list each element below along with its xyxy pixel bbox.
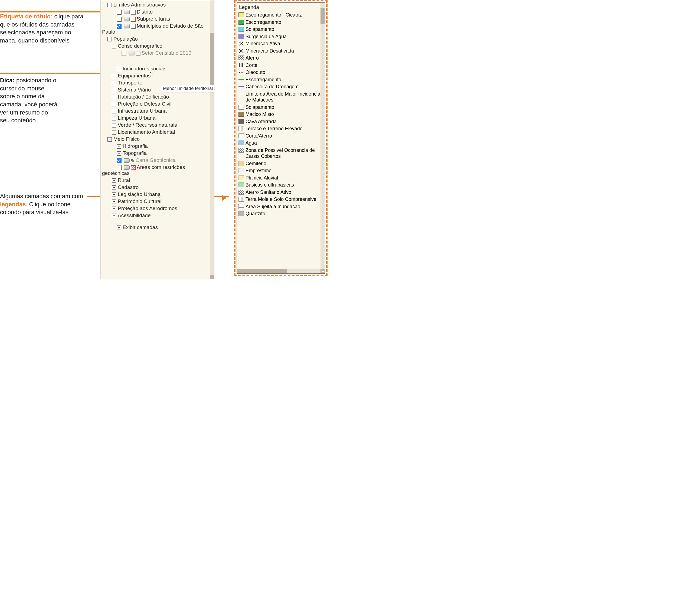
label-tag-icon[interactable] bbox=[124, 158, 130, 163]
legend-title: Legenda bbox=[237, 3, 325, 11]
label-tag-icon[interactable] bbox=[129, 51, 134, 55]
expand-toggle[interactable]: − bbox=[107, 137, 112, 142]
scroll-thumb[interactable] bbox=[237, 269, 287, 273]
expand-toggle[interactable]: + bbox=[112, 88, 116, 92]
legend-item-cemiterio: Cemiterio bbox=[239, 160, 324, 167]
group-rural[interactable]: Rural bbox=[118, 177, 130, 183]
svg-rect-5 bbox=[241, 63, 242, 67]
label-tag-icon[interactable] bbox=[124, 166, 130, 170]
legend-item-cava: Cava Aterrada bbox=[239, 118, 324, 125]
group-equipamentos[interactable]: Equipamentos bbox=[118, 73, 150, 78]
label-tag-icon[interactable] bbox=[124, 17, 130, 21]
annot-tip-title: Dica: bbox=[0, 77, 15, 84]
legend-symbol bbox=[239, 161, 244, 166]
layer-carta-geotecnica[interactable]: Carta Geotécnica bbox=[135, 157, 176, 163]
layer-swatch[interactable] bbox=[131, 24, 135, 29]
expand-toggle[interactable]: + bbox=[112, 81, 116, 85]
legend-label: Agua bbox=[246, 140, 324, 146]
legend-scrollbar-h[interactable]: ◀ ▶ bbox=[237, 269, 321, 273]
expand-toggle[interactable]: + bbox=[112, 74, 116, 78]
action-exibir-camadas[interactable]: Exibir camadas bbox=[123, 224, 158, 230]
layer-restricoes[interactable]: Áreas com restrições geotécnicas bbox=[102, 164, 185, 176]
expand-toggle[interactable]: − bbox=[107, 3, 112, 7]
legend-symbol bbox=[239, 27, 244, 32]
legend-item-limite: Limite da Area de Maior Incidencia de Ma… bbox=[239, 91, 324, 104]
annot-label-title: Etiqueta de rótulo: bbox=[0, 13, 52, 20]
legend-label: Solapamento bbox=[246, 104, 324, 110]
expand-toggle[interactable]: + bbox=[112, 206, 116, 211]
expand-toggle[interactable]: − bbox=[112, 44, 116, 48]
label-tag-icon[interactable] bbox=[124, 10, 130, 14]
expand-toggle[interactable]: + bbox=[117, 225, 121, 230]
checkbox[interactable] bbox=[117, 165, 122, 170]
panel-scrollbar[interactable] bbox=[210, 0, 214, 279]
expand-toggle[interactable]: + bbox=[112, 185, 116, 190]
expand-toggle[interactable]: + bbox=[112, 123, 116, 127]
group-hidrografia[interactable]: Hidrografia bbox=[123, 143, 148, 149]
expand-toggle[interactable]: + bbox=[112, 109, 116, 114]
group-topografia[interactable]: Topografia bbox=[123, 150, 147, 156]
legend-icon[interactable] bbox=[131, 159, 134, 163]
label-tag-icon[interactable] bbox=[124, 24, 130, 28]
expand-toggle[interactable]: + bbox=[112, 178, 116, 183]
checkbox[interactable] bbox=[117, 10, 122, 15]
cursor-icon: ↖ bbox=[150, 70, 154, 76]
legend-symbol bbox=[239, 70, 244, 75]
group-sistema-viario[interactable]: Sistema Viário bbox=[118, 87, 151, 93]
group-meio-fisico[interactable]: Meio Físico bbox=[114, 136, 140, 142]
legend-label: Aterro bbox=[246, 55, 324, 61]
expand-toggle[interactable]: + bbox=[112, 102, 116, 106]
layer-swatch[interactable] bbox=[135, 51, 141, 56]
layer-tooltip: Menor unidade territorial para coleta de… bbox=[161, 85, 215, 92]
scroll-thumb[interactable] bbox=[210, 33, 214, 87]
legend-item-mineracao_ativa: Mineracao Ativa bbox=[239, 40, 324, 47]
group-indicadores[interactable]: Indicadores sociais bbox=[123, 66, 167, 72]
expand-toggle[interactable]: + bbox=[112, 116, 116, 121]
checkbox[interactable] bbox=[117, 17, 122, 22]
checkbox-checked[interactable] bbox=[117, 24, 122, 29]
expand-toggle[interactable]: + bbox=[112, 193, 116, 197]
checkbox-checked[interactable] bbox=[117, 158, 122, 163]
expand-toggle[interactable]: + bbox=[112, 95, 116, 99]
group-patrimonio[interactable]: Patrimônio Cultural bbox=[118, 198, 161, 204]
expand-toggle[interactable]: + bbox=[112, 214, 116, 218]
legend-label: Escorregamento bbox=[246, 19, 324, 25]
group-legislacao[interactable]: Legislação Urbana bbox=[118, 191, 160, 197]
group-defesa-civil[interactable]: Proteção e Defesa Civil bbox=[118, 101, 172, 107]
layer-setor[interactable]: Setor Censitário 2010 bbox=[142, 50, 191, 56]
scroll-right-icon[interactable]: ▶ bbox=[321, 269, 325, 273]
expand-toggle[interactable]: − bbox=[107, 37, 112, 42]
group-populacao[interactable]: População bbox=[114, 36, 138, 42]
group-licenciamento[interactable]: Licenciamento Ambiental bbox=[118, 129, 175, 135]
expand-toggle[interactable]: + bbox=[117, 67, 121, 71]
expand-toggle[interactable]: + bbox=[117, 151, 121, 156]
group-cadastro[interactable]: Cadastro bbox=[118, 184, 139, 190]
legend-label: Terraco e Terreno Elevado bbox=[246, 126, 324, 132]
layer-distrito[interactable]: Distrito bbox=[137, 9, 153, 15]
legend-label: Cemiterio bbox=[246, 160, 324, 167]
group-aerodromos[interactable]: Proteção aos Aeródromos bbox=[118, 205, 177, 211]
group-infra[interactable]: Infraestrutura Urbana bbox=[118, 108, 167, 114]
group-transporte[interactable]: Transporte bbox=[118, 80, 142, 85]
legend-icon[interactable] bbox=[131, 165, 135, 170]
expand-toggle[interactable]: + bbox=[117, 144, 121, 149]
legend-symbol bbox=[239, 48, 244, 53]
group-limites[interactable]: Limites Administrativos bbox=[114, 2, 166, 7]
legend-item-emprestimo: Emprestimo bbox=[239, 167, 324, 174]
layer-subpref[interactable]: Subprefeituras bbox=[137, 16, 170, 22]
group-limpeza[interactable]: Limpeza Urbana bbox=[118, 115, 155, 121]
group-censo[interactable]: Censo demográfico bbox=[118, 43, 162, 49]
layer-swatch[interactable] bbox=[131, 10, 135, 15]
legend-scrollbar-v[interactable] bbox=[321, 3, 325, 269]
group-verde[interactable]: Verde / Recursos naturais bbox=[118, 122, 177, 128]
scroll-thumb[interactable] bbox=[321, 8, 325, 24]
group-habitacao[interactable]: Habitação / Edificação bbox=[118, 94, 169, 100]
expand-toggle[interactable]: + bbox=[112, 200, 116, 204]
expand-toggle[interactable]: + bbox=[112, 130, 116, 134]
legend-item-solap2: Solapamento bbox=[239, 104, 324, 111]
layer-swatch[interactable] bbox=[131, 17, 135, 22]
checkbox[interactable] bbox=[122, 51, 126, 56]
legend-label: Cava Aterrada bbox=[246, 119, 324, 125]
group-acessibilidade[interactable]: Acessibilidade bbox=[118, 213, 150, 218]
svg-point-7 bbox=[239, 72, 240, 73]
